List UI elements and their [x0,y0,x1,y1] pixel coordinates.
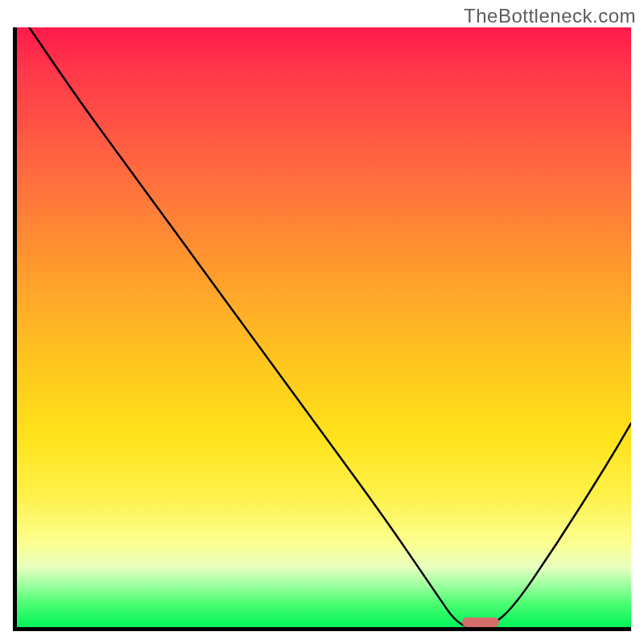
optimal-range-marker [462,617,499,627]
chart-plot-area [13,27,631,631]
chart-background-gradient [17,27,631,627]
watermark-text: TheBottleneck.com [464,5,636,27]
